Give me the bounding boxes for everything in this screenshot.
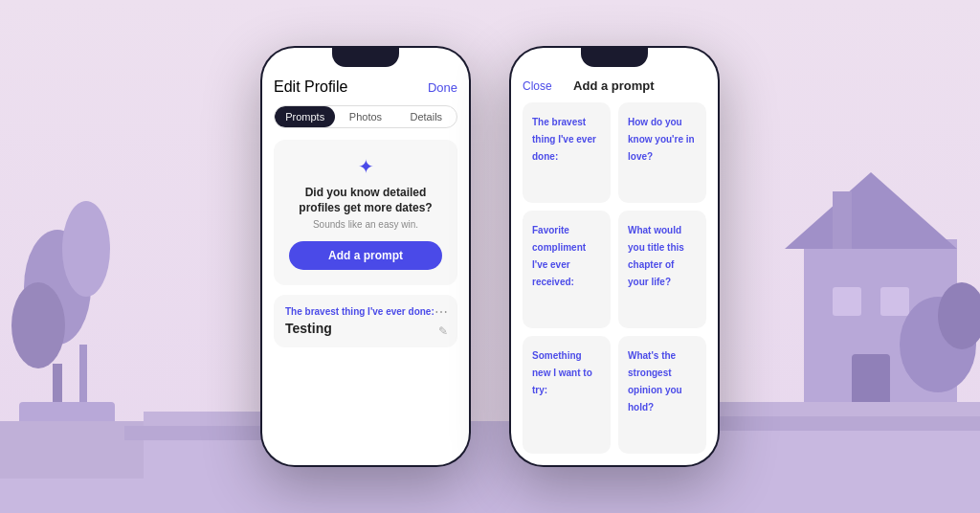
existing-prompt-label: The bravest thing I've ever done: [285, 306, 446, 317]
prompt-option-2[interactable]: Favorite compliment I've ever received: [523, 211, 611, 328]
prompt-card-title: Did you know detailed profiles get more … [289, 186, 442, 215]
existing-prompt-text: Testing [285, 321, 446, 336]
prompt-option-text-3: What would you title this chapter of you… [628, 225, 684, 287]
prompt-option-1[interactable]: How do you know you're in love? [618, 102, 706, 203]
tab-bar: Prompts Photos Details [274, 105, 457, 128]
phone-2-header: Close Add a prompt [523, 75, 706, 102]
tab-prompts[interactable]: Prompts [275, 106, 335, 127]
phone-2-title: Add a prompt [573, 78, 655, 93]
done-button[interactable]: Done [428, 80, 457, 95]
prompt-option-text-4: Something new I want to try: [532, 350, 592, 395]
prompt-option-5[interactable]: What's the strongest opinion you hold? [618, 336, 706, 454]
phone-2-screen: Close Add a prompt The bravest thing I'v… [511, 48, 718, 465]
existing-prompt-card: ⋯ The bravest thing I've ever done: Test… [274, 295, 457, 347]
prompt-option-4[interactable]: Something new I want to try: [523, 336, 611, 454]
phone-1-title: Edit Profile [274, 78, 347, 96]
phone-1-header: Edit Profile Done [274, 75, 457, 105]
tab-photos[interactable]: Photos [335, 106, 395, 127]
prompt-option-0[interactable]: The bravest thing I've ever done: [523, 102, 611, 203]
add-prompt-card: ✦ Did you know detailed profiles get mor… [274, 140, 457, 285]
phone-1: Edit Profile Done Prompts Photos Details… [260, 46, 471, 467]
prompt-card-icon: ✦ [358, 155, 374, 178]
prompt-option-3[interactable]: What would you title this chapter of you… [618, 211, 706, 328]
prompt-option-text-2: Favorite compliment I've ever received: [532, 225, 586, 287]
tab-details[interactable]: Details [396, 106, 457, 127]
prompt-card-subtitle: Sounds like an easy win. [313, 219, 418, 230]
prompt-option-text-0: The bravest thing I've ever done: [532, 117, 596, 162]
phone-2: Close Add a prompt The bravest thing I'v… [509, 46, 720, 467]
add-prompt-button[interactable]: Add a prompt [289, 241, 442, 270]
phone-2-notch [581, 46, 648, 67]
phones-container: Edit Profile Done Prompts Photos Details… [0, 0, 980, 513]
more-options-button[interactable]: ⋯ [434, 304, 448, 320]
phone-1-notch [332, 46, 399, 67]
close-button[interactable]: Close [523, 79, 552, 93]
prompt-option-text-1: How do you know you're in love? [628, 117, 695, 162]
phone-1-screen: Edit Profile Done Prompts Photos Details… [262, 48, 469, 465]
prompt-option-text-5: What's the strongest opinion you hold? [628, 350, 682, 413]
edit-icon[interactable]: ✎ [438, 324, 448, 338]
prompts-grid: The bravest thing I've ever done: How do… [523, 102, 706, 454]
